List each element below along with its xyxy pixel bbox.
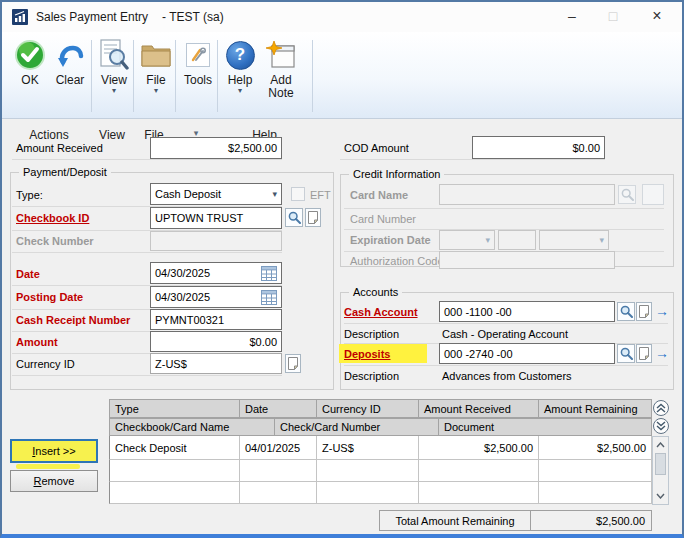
grid-empty-cell[interactable] <box>539 460 652 482</box>
checkbook-note-button[interactable] <box>305 208 321 227</box>
cash-account-link[interactable]: Cash Account <box>344 306 418 318</box>
clear-undo-icon <box>56 41 84 69</box>
calendar-icon[interactable] <box>261 266 277 281</box>
cash-receipt-number-field[interactable]: PYMNT00321 <box>150 309 282 330</box>
ok-button[interactable]: OK <box>10 36 50 114</box>
card-number-label: Card Number <box>350 213 416 225</box>
grid-empty-cell[interactable] <box>109 460 240 482</box>
cash-account-goto-arrow[interactable]: → <box>655 304 669 318</box>
deposits-description-label: Description <box>344 370 399 382</box>
add-note-button[interactable]: Add Note <box>259 36 303 114</box>
grid-empty-cell[interactable] <box>539 482 652 504</box>
ribbon-group-actions: Actions <box>8 128 90 142</box>
cash-account-note-button[interactable] <box>636 302 652 321</box>
note-icon <box>308 211 318 224</box>
app-icon <box>12 9 28 25</box>
deposits-description-value: Advances from Customers <box>442 370 572 382</box>
amount-received-field[interactable]: $2,500.00 <box>150 137 282 159</box>
date-field[interactable]: 04/30/2025 <box>150 262 282 284</box>
file-button[interactable]: File ▾ <box>137 36 175 114</box>
check-number-field <box>150 231 282 251</box>
grid-cell-date[interactable]: 04/01/2025 <box>240 436 317 460</box>
grid-header-currency-id: Currency ID <box>317 399 419 418</box>
deposits-lookup-button[interactable] <box>617 344 635 363</box>
amount-field[interactable]: $0.00 <box>150 331 282 352</box>
scrollbar-thumb[interactable] <box>655 453 666 475</box>
calendar-icon[interactable] <box>261 290 277 305</box>
divider <box>12 375 282 376</box>
divider <box>340 159 605 160</box>
deposits-goto-arrow[interactable]: → <box>655 346 669 360</box>
authorization-code-label: Authorization Code <box>350 255 444 267</box>
currency-note-button[interactable] <box>285 354 301 373</box>
grid-empty-cell[interactable] <box>317 460 419 482</box>
grid-scrollbar[interactable] <box>652 436 669 505</box>
cod-amount-field[interactable]: $0.00 <box>472 136 605 159</box>
grid-cell-currency-id[interactable]: Z-US$ <box>317 436 419 460</box>
titlebar: Sales Payment Entry- TEST (sa) – □ × <box>2 2 682 32</box>
add-note-icon <box>266 40 296 70</box>
ribbon-separator <box>175 40 176 112</box>
posting-date-field[interactable]: 04/30/2025 <box>150 286 282 308</box>
chevron-down-icon: ▾ <box>485 235 490 245</box>
grid-empty-cell[interactable] <box>109 482 240 504</box>
grid-empty-cell[interactable] <box>240 482 317 504</box>
check-number-label: Check Number <box>16 235 94 247</box>
grid-expand-rows-button[interactable] <box>653 418 669 434</box>
magnifier-icon <box>288 211 301 224</box>
tools-button[interactable]: Tools <box>179 36 217 114</box>
grid-header-amount-received: Amount Received <box>419 399 539 418</box>
cash-account-field[interactable]: 000 -1100 -00 <box>439 301 615 322</box>
checkbook-id-link[interactable]: Checkbook ID <box>16 212 89 224</box>
credit-information-title: Credit Information <box>349 168 444 180</box>
deposits-link[interactable]: Deposits <box>344 348 390 360</box>
checkbook-lookup-button[interactable] <box>285 208 303 227</box>
card-name-field <box>439 184 615 205</box>
payment-deposit-title: Payment/Deposit <box>19 166 111 178</box>
checkbook-id-field[interactable]: UPTOWN TRUST <box>150 207 282 229</box>
view-button[interactable]: View ▾ <box>95 36 133 114</box>
scroll-up-icon[interactable] <box>654 438 667 452</box>
grid-cell-amount-received[interactable]: $2,500.00 <box>419 436 539 460</box>
amount-label: Amount <box>16 336 58 348</box>
divider <box>12 159 282 160</box>
double-chevron-up-icon <box>656 403 666 413</box>
grid-empty-cell[interactable] <box>317 482 419 504</box>
card-name-note-button <box>642 184 664 205</box>
note-icon <box>639 347 649 360</box>
deposits-note-button[interactable] <box>636 344 652 363</box>
grid-empty-cell[interactable] <box>419 460 539 482</box>
divider <box>344 323 668 324</box>
magnifier-icon <box>621 188 634 201</box>
grid-empty-cell[interactable] <box>240 460 317 482</box>
minimize-button[interactable]: – <box>555 2 589 30</box>
grid-empty-cell[interactable] <box>419 482 539 504</box>
sales-payment-entry-window: Sales Payment Entry- TEST (sa) – □ × OK <box>0 0 684 538</box>
magnifier-icon <box>620 347 633 360</box>
cash-description-label: Description <box>344 328 399 340</box>
grid-collapse-rows-button[interactable] <box>653 400 669 416</box>
cash-account-lookup-button[interactable] <box>617 302 635 321</box>
clear-button[interactable]: Clear <box>50 36 90 114</box>
authorization-code-field <box>439 251 615 269</box>
scroll-down-icon[interactable] <box>654 489 667 503</box>
file-folder-icon <box>140 42 172 68</box>
grid-header-check-card-number: Check/Card Number <box>275 418 439 436</box>
expiration-separator-box <box>498 230 536 250</box>
accounts-title: Accounts <box>349 286 402 298</box>
insert-button[interactable]: Insert >> <box>10 439 98 463</box>
remove-button[interactable]: Remove <box>10 470 98 492</box>
grid-cell-amount-remaining[interactable]: $2,500.00 <box>539 436 652 460</box>
help-dropdown-icon: ▾ <box>238 87 242 95</box>
type-dropdown[interactable]: Cash Deposit ▾ <box>150 183 282 205</box>
insert-highlight <box>16 464 80 469</box>
view-document-icon <box>99 39 129 71</box>
help-button[interactable]: ? Help ▾ <box>221 36 259 114</box>
card-name-label: Card Name <box>350 189 408 201</box>
maximize-button: □ <box>596 2 630 30</box>
currency-id-field: Z-US$ <box>150 353 282 374</box>
cod-amount-label: COD Amount <box>344 142 409 154</box>
grid-cell-type[interactable]: Check Deposit <box>109 436 240 460</box>
deposits-field[interactable]: 000 -2740 -00 <box>439 343 615 364</box>
close-button[interactable]: × <box>640 2 674 30</box>
